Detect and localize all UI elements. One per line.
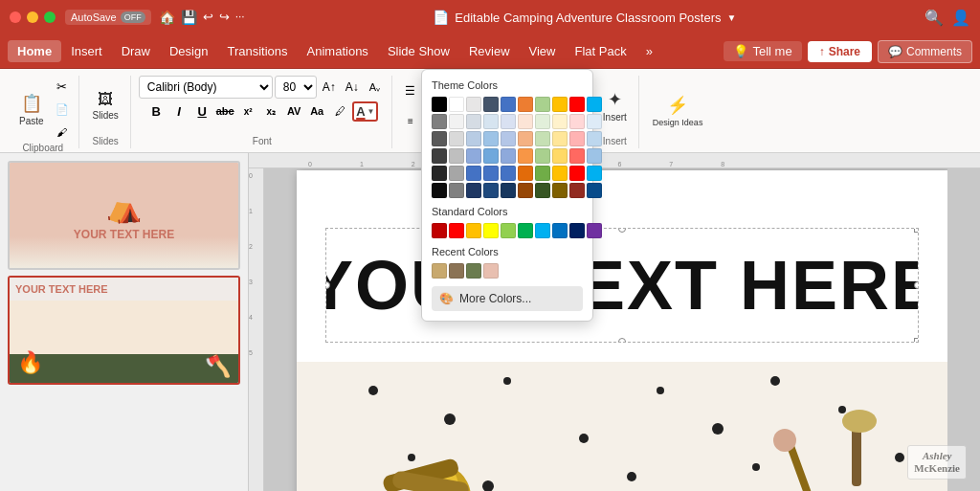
theme-color-swatch[interactable] bbox=[432, 148, 447, 164]
theme-color-swatch[interactable] bbox=[518, 148, 533, 164]
maximize-button[interactable] bbox=[44, 11, 56, 23]
recent-color-swatch[interactable] bbox=[466, 263, 481, 279]
subscript-button[interactable]: x₂ bbox=[260, 100, 281, 122]
menu-design[interactable]: Design bbox=[160, 40, 217, 62]
standard-color-swatch[interactable] bbox=[432, 223, 447, 238]
theme-color-swatch[interactable] bbox=[432, 131, 447, 146]
copy-button[interactable]: 📄 bbox=[52, 99, 73, 120]
theme-color-swatch[interactable] bbox=[569, 148, 585, 164]
save-icon[interactable]: 💾 bbox=[181, 10, 197, 25]
theme-color-swatch[interactable] bbox=[535, 114, 550, 129]
theme-color-swatch[interactable] bbox=[587, 166, 602, 181]
cut-button[interactable]: ✂ bbox=[52, 76, 73, 97]
standard-color-swatch[interactable] bbox=[501, 223, 516, 238]
italic-button[interactable]: I bbox=[168, 100, 189, 122]
recent-color-swatch[interactable] bbox=[432, 263, 447, 279]
theme-color-swatch[interactable] bbox=[535, 148, 550, 164]
standard-color-swatch[interactable] bbox=[535, 223, 550, 238]
paste-button[interactable]: 📋 Paste bbox=[13, 89, 50, 130]
slide-thumb-2[interactable]: 6 YOUR TEXT HERE 🔥 🪓 bbox=[8, 276, 240, 385]
theme-color-swatch[interactable] bbox=[518, 131, 533, 146]
theme-color-swatch[interactable] bbox=[569, 166, 585, 181]
superscript-button[interactable]: x² bbox=[237, 100, 258, 122]
format-painter-button[interactable]: 🖌 bbox=[52, 122, 73, 143]
menu-transitions[interactable]: Transitions bbox=[217, 40, 297, 62]
insert-button[interactable]: ✦ Insert bbox=[597, 85, 633, 126]
minimize-button[interactable] bbox=[27, 11, 38, 23]
font-name-select[interactable]: Calibri (Body) bbox=[139, 76, 273, 99]
theme-color-swatch[interactable] bbox=[535, 166, 550, 181]
theme-color-swatch[interactable] bbox=[518, 114, 533, 129]
theme-color-swatch[interactable] bbox=[466, 97, 481, 112]
theme-color-swatch[interactable] bbox=[518, 183, 533, 198]
theme-color-swatch[interactable] bbox=[552, 131, 568, 146]
theme-color-swatch[interactable] bbox=[587, 148, 602, 164]
theme-color-swatch[interactable] bbox=[449, 97, 464, 112]
theme-color-swatch[interactable] bbox=[587, 183, 602, 198]
theme-color-swatch[interactable] bbox=[587, 131, 602, 146]
underline-button[interactable]: U bbox=[191, 100, 212, 122]
search-icon[interactable]: 🔍 bbox=[924, 9, 944, 27]
handle-tr[interactable] bbox=[914, 228, 919, 233]
theme-color-swatch[interactable] bbox=[483, 97, 499, 112]
more-colors-button[interactable]: 🎨 More Colors... bbox=[432, 286, 583, 311]
theme-color-swatch[interactable] bbox=[432, 183, 447, 198]
menu-animations[interactable]: Animations bbox=[298, 40, 378, 62]
theme-color-swatch[interactable] bbox=[501, 166, 516, 181]
theme-color-swatch[interactable] bbox=[535, 97, 550, 112]
standard-color-swatch[interactable] bbox=[552, 223, 568, 238]
standard-color-swatch[interactable] bbox=[483, 223, 499, 238]
theme-color-swatch[interactable] bbox=[501, 97, 516, 112]
theme-color-swatch[interactable] bbox=[449, 131, 464, 146]
handle-br[interactable] bbox=[914, 338, 919, 343]
theme-color-swatch[interactable] bbox=[569, 114, 585, 129]
theme-color-swatch[interactable] bbox=[501, 183, 516, 198]
theme-color-swatch[interactable] bbox=[501, 131, 516, 146]
theme-color-swatch[interactable] bbox=[483, 148, 499, 164]
change-case-button[interactable]: Aa bbox=[306, 100, 327, 122]
theme-color-swatch[interactable] bbox=[569, 97, 585, 112]
theme-color-swatch[interactable] bbox=[449, 183, 464, 198]
theme-color-swatch[interactable] bbox=[569, 131, 585, 146]
bullets-button[interactable]: ☰ bbox=[400, 80, 421, 101]
standard-color-swatch[interactable] bbox=[587, 223, 602, 238]
theme-color-swatch[interactable] bbox=[535, 131, 550, 146]
theme-color-swatch[interactable] bbox=[449, 148, 464, 164]
handle-top[interactable] bbox=[618, 228, 626, 233]
home-icon[interactable]: 🏠 bbox=[159, 10, 175, 25]
theme-color-swatch[interactable] bbox=[501, 114, 516, 129]
slide-canvas[interactable]: YOUR TEXT HERE bbox=[297, 170, 947, 492]
title-dropdown-icon[interactable]: ▼ bbox=[727, 12, 737, 23]
theme-color-swatch[interactable] bbox=[552, 148, 568, 164]
align-left-button[interactable]: ≡ bbox=[400, 111, 421, 132]
theme-color-swatch[interactable] bbox=[483, 183, 499, 198]
menu-slideshow[interactable]: Slide Show bbox=[378, 40, 459, 62]
theme-color-swatch[interactable] bbox=[501, 148, 516, 164]
theme-color-swatch[interactable] bbox=[432, 114, 447, 129]
strikethrough-button[interactable]: abc bbox=[214, 100, 235, 122]
standard-color-swatch[interactable] bbox=[449, 223, 464, 238]
font-effects-button[interactable]: Aᵥ bbox=[365, 77, 386, 98]
theme-color-swatch[interactable] bbox=[432, 97, 447, 112]
tell-me-field[interactable]: 💡 Tell me bbox=[724, 41, 801, 61]
recent-color-swatch[interactable] bbox=[483, 263, 499, 279]
theme-color-swatch[interactable] bbox=[518, 97, 533, 112]
theme-color-swatch[interactable] bbox=[569, 183, 585, 198]
autosave-toggle[interactable]: AutoSave OFF bbox=[65, 10, 151, 25]
slide-thumb-1[interactable]: ⛺ YOUR TEXT HERE bbox=[8, 161, 240, 270]
theme-color-swatch[interactable] bbox=[466, 114, 481, 129]
standard-color-swatch[interactable] bbox=[518, 223, 533, 238]
theme-color-swatch[interactable] bbox=[483, 131, 499, 146]
highlight-button[interactable]: 🖊 bbox=[329, 100, 350, 122]
theme-color-swatch[interactable] bbox=[552, 97, 568, 112]
new-slide-button[interactable]: 🖼 Slides bbox=[87, 87, 124, 124]
theme-color-swatch[interactable] bbox=[552, 114, 568, 129]
theme-color-swatch[interactable] bbox=[432, 166, 447, 181]
menu-home[interactable]: Home bbox=[8, 40, 61, 62]
font-color-dropdown-arrow[interactable]: ▼ bbox=[368, 107, 375, 116]
menu-review[interactable]: Review bbox=[459, 40, 520, 62]
theme-color-swatch[interactable] bbox=[552, 183, 568, 198]
menu-flatpack[interactable]: Flat Pack bbox=[566, 40, 636, 62]
standard-color-swatch[interactable] bbox=[569, 223, 585, 238]
font-color-button[interactable]: A ▼ bbox=[352, 101, 378, 122]
